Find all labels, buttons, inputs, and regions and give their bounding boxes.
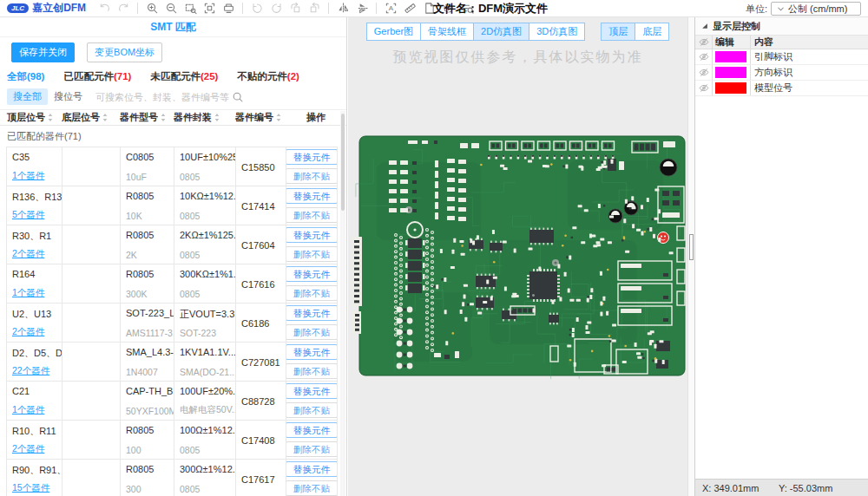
2d-sim-view-button[interactable]: 2D仿真图 — [473, 23, 529, 41]
layer-color-swatch[interactable] — [715, 51, 746, 62]
bottom-ref — [62, 303, 121, 342]
marquee-zoom-icon[interactable] — [182, 2, 198, 16]
replace-part-button[interactable]: 替换元件 — [286, 266, 337, 282]
delete-nopaste-button[interactable]: 删除不贴 — [286, 246, 337, 262]
undo-icon[interactable] — [96, 2, 112, 16]
search-input[interactable] — [95, 92, 230, 102]
model-sub: 1N4007 — [126, 367, 174, 377]
model: R0805 — [126, 464, 174, 474]
model-sub: 10K — [126, 211, 174, 221]
replace-part-button[interactable]: 替换元件 — [286, 344, 337, 360]
delete-nopaste-button[interactable]: 删除不贴 — [286, 285, 337, 301]
part-number: C88728 — [241, 396, 286, 407]
top-ref: R136、R134... — [12, 191, 62, 204]
sort-icon[interactable] — [160, 113, 167, 122]
replace-part-button[interactable]: 替换元件 — [286, 461, 337, 477]
component-count-link[interactable]: 1个器件 — [12, 170, 62, 182]
component-count-link[interactable]: 5个器件 — [12, 209, 62, 221]
left-panel-scrollbar[interactable] — [340, 111, 345, 496]
component-count-link[interactable]: 2个器件 — [12, 326, 62, 338]
delete-nopaste-button[interactable]: 删除不贴 — [286, 324, 337, 340]
save-close-button[interactable]: 保存并关闭 — [11, 42, 75, 62]
canvas-scrollbar[interactable] — [687, 17, 694, 496]
search-scope-ref[interactable]: 搜位号 — [48, 88, 89, 105]
layer-visibility-toggle[interactable] — [695, 81, 713, 95]
layer-visibility-toggle[interactable] — [695, 49, 713, 64]
model: CAP-TH_BD... — [126, 386, 174, 396]
search-scope-all[interactable]: 搜全部 — [7, 88, 48, 105]
component-count-link[interactable]: 1个器件 — [12, 404, 62, 416]
pcb-canvas[interactable]: Gerber图 骨架线框 2D仿真图 3D仿真图 顶层 底层 预览视图仅供参考，… — [348, 17, 687, 496]
layer-color-swatch[interactable] — [715, 82, 746, 94]
replace-part-button[interactable]: 替换元件 — [286, 227, 337, 243]
rotate-ccw-90-icon[interactable] — [287, 2, 303, 16]
package: 2KΩ±1%125... — [180, 230, 235, 240]
layer-list: 引脚标识方向标识模型位号 — [695, 49, 868, 96]
redo-icon[interactable] — [115, 2, 131, 16]
component-count-link[interactable]: 2个器件 — [12, 443, 62, 455]
edit-column-header: 编辑 — [713, 36, 751, 49]
top-ref: R30、R1 — [12, 230, 62, 243]
3d-sim-view-button[interactable]: 3D仿真图 — [529, 23, 585, 41]
change-bom-button[interactable]: 变更BOM坐标 — [87, 42, 162, 62]
replace-part-button[interactable]: 替换元件 — [286, 422, 337, 438]
pcb-preview[interactable] — [350, 134, 687, 379]
eye-off-icon — [699, 68, 709, 77]
scrollbar-thumb[interactable] — [689, 234, 694, 260]
delete-nopaste-button[interactable]: 删除不贴 — [286, 441, 337, 457]
replace-part-button[interactable]: 替换元件 — [286, 188, 337, 204]
board-view-icon[interactable] — [220, 2, 236, 16]
model: SMA_L4.3-... — [126, 347, 174, 357]
tab-all[interactable]: 全部(98) — [7, 70, 44, 83]
rotate-right-icon[interactable] — [268, 2, 284, 16]
model: R0805 — [126, 230, 174, 240]
delete-nopaste-button[interactable]: 删除不贴 — [286, 207, 337, 223]
tab-no-paste[interactable]: 不贴的元件(2) — [237, 70, 299, 83]
scrollbar-thumb[interactable] — [341, 114, 345, 211]
component-count-link[interactable]: 22个器件 — [12, 365, 62, 377]
gerber-view-button[interactable]: Gerber图 — [366, 23, 421, 41]
flip-horizontal-icon[interactable] — [335, 2, 351, 16]
toolbar-separator — [328, 3, 329, 14]
display-layer-control-header[interactable]: 显示层控制 — [695, 17, 868, 36]
delete-nopaste-button[interactable]: 删除不贴 — [286, 402, 337, 418]
part-number: C17616 — [241, 279, 286, 290]
fit-view-icon[interactable] — [201, 2, 217, 16]
toolbar-separator — [376, 3, 377, 14]
top-ref: U2、U13 — [12, 308, 62, 321]
content-column-header: 内容 — [751, 36, 868, 49]
search-bar: 搜全部 搜位号 — [0, 88, 346, 110]
component-count-link[interactable]: 15个器件 — [12, 482, 62, 494]
model: R0805 — [126, 425, 174, 435]
tab-unmatched[interactable]: 未匹配元件(25) — [150, 70, 218, 83]
replace-part-button[interactable]: 替换元件 — [286, 149, 337, 165]
wireframe-view-button[interactable]: 骨架线框 — [420, 23, 474, 41]
zoom-out-icon[interactable] — [163, 2, 179, 16]
layer-visibility-toggle[interactable] — [695, 65, 713, 80]
package: 10KΩ±1%12... — [180, 191, 235, 201]
sort-icon[interactable] — [214, 113, 220, 122]
sort-icon[interactable] — [47, 113, 54, 122]
tab-matched[interactable]: 已匹配元件(71) — [63, 70, 131, 83]
eye-off-icon — [699, 52, 709, 62]
rotate-left-icon[interactable] — [249, 2, 265, 16]
layer-color-swatch[interactable] — [715, 67, 746, 78]
model: SOT-223_L6... — [126, 308, 174, 318]
sort-icon[interactable] — [275, 113, 282, 122]
delete-nopaste-button[interactable]: 删除不贴 — [286, 168, 337, 184]
component-count-link[interactable]: 2个器件 — [12, 248, 62, 260]
unit-select[interactable]: 公制 (cm/mm) — [771, 2, 861, 16]
replace-part-button[interactable]: 替换元件 — [286, 383, 337, 399]
delete-nopaste-button[interactable]: 删除不贴 — [286, 480, 337, 496]
zoom-in-icon[interactable] — [144, 2, 160, 16]
package-sub: SOT-223 — [180, 328, 235, 338]
component-count-link[interactable]: 1个器件 — [12, 287, 62, 299]
delete-nopaste-button[interactable]: 删除不贴 — [286, 363, 337, 379]
sort-icon[interactable] — [102, 113, 108, 122]
replace-part-button[interactable]: 替换元件 — [286, 305, 337, 321]
rotate-cw-90-icon[interactable] — [306, 2, 322, 16]
bottom-layer-button[interactable]: 底层 — [635, 23, 669, 41]
flip-vertical-icon[interactable] — [354, 2, 370, 16]
top-layer-button[interactable]: 顶层 — [601, 23, 635, 41]
search-icon[interactable] — [232, 91, 244, 103]
